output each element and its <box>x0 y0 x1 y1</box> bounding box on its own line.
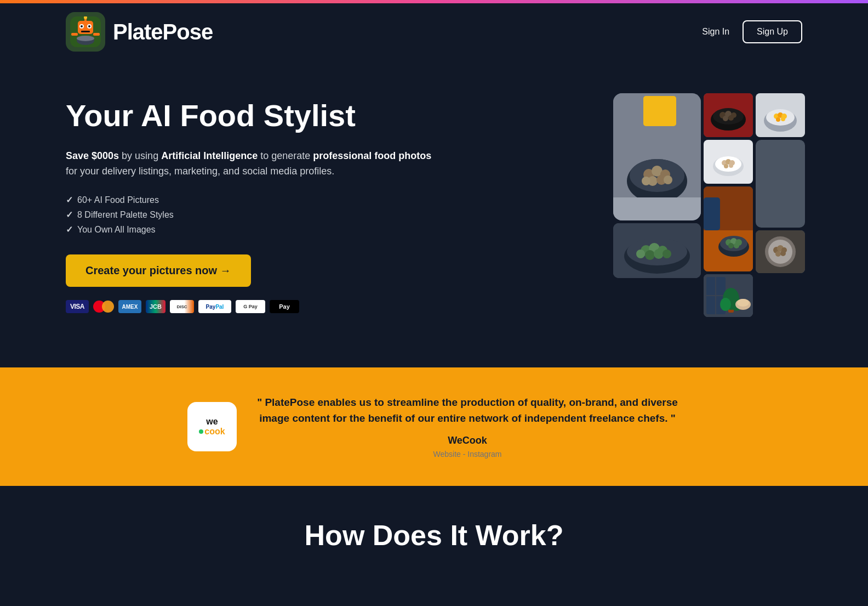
testimonial-links: Website - Instagram <box>254 450 681 458</box>
testimonial-section: we cook " PlatePose enables us to stream… <box>0 367 868 486</box>
svg-point-35 <box>636 250 645 258</box>
svg-point-24 <box>642 177 650 185</box>
amex-icon: AMEX <box>118 300 141 313</box>
svg-rect-12 <box>93 33 100 36</box>
food-photo-5 <box>704 186 753 271</box>
googlepay-icon: G Pay <box>236 300 265 313</box>
svg-point-74 <box>737 299 749 307</box>
header: PlatePose Sign In Sign Up <box>0 3 868 60</box>
svg-point-63 <box>728 243 734 248</box>
jcb-icon: JCB <box>146 300 165 313</box>
svg-point-45 <box>728 115 734 121</box>
logo-name: PlatePose <box>113 20 213 44</box>
ai-highlight: Artificial Intelligence <box>161 150 258 161</box>
svg-point-5 <box>88 25 90 27</box>
svg-point-44 <box>723 116 728 121</box>
sign-in-button[interactable]: Sign In <box>702 27 729 37</box>
cta-button[interactable]: Create your pictures now → <box>66 254 251 287</box>
svg-point-89 <box>775 251 781 257</box>
how-title: How Does It Work? <box>66 519 802 552</box>
svg-rect-26 <box>613 197 701 220</box>
logo-area: PlatePose <box>66 12 213 52</box>
hero-title: Your AI Food Stylist <box>66 99 438 133</box>
svg-point-90 <box>780 251 786 256</box>
hero-description: Save $000s by using Artificial Intellige… <box>66 148 438 180</box>
photos-highlight: professional food photos <box>313 150 431 161</box>
food-photo-main <box>613 93 701 220</box>
food-photo-2 <box>704 93 753 137</box>
food-photo-7 <box>756 93 805 137</box>
svg-point-64 <box>734 243 739 248</box>
payment-icons: VISA AMEX JCB DISC PayPal G Pay Pay <box>66 300 438 313</box>
testimonial-name: WeCook <box>254 435 681 446</box>
paypal-icon: PayPal <box>198 300 231 313</box>
logo-icon <box>66 12 105 52</box>
hero-left: Your AI Food Stylist Save $000s by using… <box>66 82 438 313</box>
wecook-logo-cook: cook <box>204 427 225 437</box>
testimonial-quote: " PlatePose enables us to streamline the… <box>254 395 681 426</box>
svg-rect-6 <box>81 31 90 32</box>
testimonial-content: " PlatePose enables us to streamline the… <box>254 395 681 458</box>
testimonial-inner: we cook " PlatePose enables us to stream… <box>187 395 681 458</box>
mastercard-icon <box>93 300 114 313</box>
food-photo-9 <box>756 230 805 273</box>
food-photo-8 <box>756 140 805 228</box>
testimonial-logo: we cook <box>187 402 237 451</box>
svg-point-8 <box>77 36 94 41</box>
feature-item: 8 Different Palette Styles <box>66 209 438 220</box>
hero-image-grid <box>613 93 802 291</box>
food-photo-4 <box>613 223 701 278</box>
feature-item: You Own All Images <box>66 224 438 235</box>
header-nav: Sign In Sign Up <box>702 20 802 43</box>
visa-icon: VISA <box>66 300 89 313</box>
svg-rect-16 <box>643 96 676 126</box>
svg-point-52 <box>724 164 728 168</box>
svg-point-33 <box>645 250 655 260</box>
how-section: How Does It Work? <box>0 486 868 585</box>
save-highlight: Save $000s <box>66 150 119 161</box>
food-photo-6 <box>704 274 753 317</box>
wecook-dot <box>199 429 203 434</box>
testimonial-separator: - <box>463 450 468 458</box>
svg-point-36 <box>663 250 671 258</box>
applepay-icon: Pay <box>270 300 299 313</box>
testimonial-instagram-link[interactable]: Instagram <box>467 450 501 458</box>
svg-point-25 <box>664 175 672 184</box>
sign-up-button[interactable]: Sign Up <box>743 20 802 43</box>
feature-list: 60+ AI Food Pictures 8 Different Palette… <box>66 195 438 235</box>
svg-point-34 <box>654 249 664 259</box>
hero-section: Your AI Food Stylist Save $000s by using… <box>0 60 868 367</box>
svg-point-81 <box>776 117 780 122</box>
discover-icon: DISC <box>170 300 194 313</box>
svg-rect-56 <box>704 197 720 230</box>
wecook-logo-we: we <box>206 417 218 427</box>
svg-rect-11 <box>71 33 78 36</box>
feature-item: 60+ AI Food Pictures <box>66 195 438 205</box>
svg-point-82 <box>781 117 785 121</box>
testimonial-website-link[interactable]: Website <box>433 450 460 458</box>
svg-point-4 <box>81 25 83 27</box>
food-photo-3 <box>704 140 753 184</box>
svg-point-53 <box>729 163 733 168</box>
svg-point-71 <box>720 298 731 311</box>
